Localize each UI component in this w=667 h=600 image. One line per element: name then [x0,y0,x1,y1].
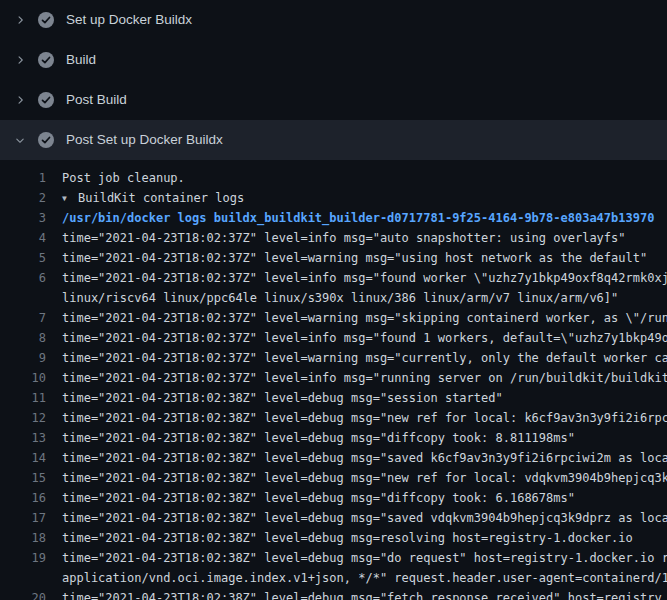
line-text: Post job cleanup. [62,168,185,188]
line-number: 20 [0,588,46,600]
line-number: 10 [0,368,46,388]
log-line: 16 time="2021-04-23T18:02:38Z" level=deb… [0,488,667,508]
line-text-content: time="2021-04-23T18:02:38Z" level=debug … [62,511,667,525]
line-text: application/vnd.oci.image.index.v1+json,… [62,568,667,588]
log-line: linux/riscv64 linux/ppc64le linux/s390x … [0,288,667,308]
line-text-content: time="2021-04-23T18:02:38Z" level=debug … [62,411,667,425]
line-text-content: time="2021-04-23T18:02:38Z" level=debug … [62,451,667,465]
line-text: time="2021-04-23T18:02:37Z" level=info m… [62,268,667,288]
check-circle-icon [38,52,54,68]
line-text: ▼BuildKit container logs [62,188,244,208]
log-line: 4 time="2021-04-23T18:02:37Z" level=info… [0,228,667,248]
line-number [0,288,46,308]
actions-log-viewer: Set up Docker Buildx Build P [0,0,667,600]
log-line: 1 Post job cleanup. [0,168,667,188]
line-text: time="2021-04-23T18:02:38Z" level=debug … [62,388,503,408]
log-line: 8 time="2021-04-23T18:02:37Z" level=info… [0,328,667,348]
chevron-right-icon[interactable] [12,52,28,68]
log-line: 12 time="2021-04-23T18:02:38Z" level=deb… [0,408,667,428]
line-text-content: Post job cleanup. [62,171,185,185]
chevron-down-icon[interactable] [12,132,28,148]
log-line: 15 time="2021-04-23T18:02:38Z" level=deb… [0,468,667,488]
line-text: linux/riscv64 linux/ppc64le linux/s390x … [62,288,618,308]
line-number: 4 [0,228,46,248]
line-text: time="2021-04-23T18:02:38Z" level=debug … [62,548,667,568]
step-row-2[interactable]: Post Build [0,80,667,120]
line-number: 5 [0,248,46,268]
line-text: time="2021-04-23T18:02:38Z" level=debug … [62,408,667,428]
chevron-right-icon[interactable] [12,92,28,108]
line-text-content: application/vnd.oci.image.index.v1+json,… [62,571,667,585]
line-text-content: time="2021-04-23T18:02:38Z" level=debug … [62,391,503,405]
line-text-content: time="2021-04-23T18:02:38Z" level=debug … [62,531,633,545]
log-line: 10 time="2021-04-23T18:02:37Z" level=inf… [0,368,667,388]
line-number: 8 [0,328,46,348]
line-number: 3 [0,208,46,228]
log-line: 11 time="2021-04-23T18:02:38Z" level=deb… [0,388,667,408]
line-text-content: time="2021-04-23T18:02:38Z" level=debug … [62,591,662,600]
line-text-content: time="2021-04-23T18:02:37Z" level=warnin… [62,251,647,265]
log-line: application/vnd.oci.image.index.v1+json,… [0,568,667,588]
log-line: 3 /usr/bin/docker logs buildx_buildkit_b… [0,208,667,228]
steps-list: Set up Docker Buildx Build P [0,0,667,160]
log-line: 18 time="2021-04-23T18:02:38Z" level=deb… [0,528,667,548]
log-line: 5 time="2021-04-23T18:02:37Z" level=warn… [0,248,667,268]
line-number: 18 [0,528,46,548]
line-text: /usr/bin/docker logs buildx_buildkit_bui… [62,208,654,228]
log-line: 17 time="2021-04-23T18:02:38Z" level=deb… [0,508,667,528]
line-text: time="2021-04-23T18:02:37Z" level=warnin… [62,348,667,368]
line-text-content: time="2021-04-23T18:02:37Z" level=info m… [62,371,667,385]
step-row-0[interactable]: Set up Docker Buildx [0,0,667,40]
line-text: time="2021-04-23T18:02:37Z" level=info m… [62,368,667,388]
log-area[interactable]: 1 Post job cleanup. 2 ▼BuildKit containe… [0,160,667,600]
line-text-content: linux/riscv64 linux/ppc64le linux/s390x … [62,291,618,305]
group-toggle-icon[interactable]: ▼ [62,189,78,208]
log-line: 9 time="2021-04-23T18:02:37Z" level=warn… [0,348,667,368]
log-line: 14 time="2021-04-23T18:02:38Z" level=deb… [0,448,667,468]
log-line: 19 time="2021-04-23T18:02:38Z" level=deb… [0,548,667,568]
line-text-content: time="2021-04-23T18:02:38Z" level=debug … [62,471,667,485]
line-text: time="2021-04-23T18:02:37Z" level=info m… [62,228,626,248]
log-line: 6 time="2021-04-23T18:02:37Z" level=info… [0,268,667,288]
line-number: 2 [0,188,46,208]
line-number: 9 [0,348,46,368]
log-line: 20 time="2021-04-23T18:02:38Z" level=deb… [0,588,667,600]
line-text-content: time="2021-04-23T18:02:37Z" level=info m… [62,231,626,245]
line-text-content: /usr/bin/docker logs buildx_buildkit_bui… [62,211,654,225]
line-text: time="2021-04-23T18:02:38Z" level=debug … [62,508,667,528]
step-label: Build [66,40,96,80]
chevron-right-icon[interactable] [12,12,28,28]
line-text: time="2021-04-23T18:02:38Z" level=debug … [62,588,662,600]
line-number: 6 [0,268,46,288]
line-number: 11 [0,388,46,408]
line-text-content: BuildKit container logs [78,191,244,205]
line-text-content: time="2021-04-23T18:02:38Z" level=debug … [62,431,575,445]
line-number [0,568,46,588]
check-circle-icon [38,12,54,28]
check-circle-icon [38,92,54,108]
line-number: 17 [0,508,46,528]
line-text: time="2021-04-23T18:02:37Z" level=info m… [62,328,667,348]
line-number: 15 [0,468,46,488]
line-text-content: time="2021-04-23T18:02:38Z" level=debug … [62,491,575,505]
step-row-3[interactable]: Post Set up Docker Buildx [0,120,667,160]
line-text-content: time="2021-04-23T18:02:37Z" level=warnin… [62,351,667,365]
step-row-1[interactable]: Build [0,40,667,80]
line-text-content: time="2021-04-23T18:02:38Z" level=debug … [62,551,667,565]
line-number: 19 [0,548,46,568]
step-label: Post Build [66,80,127,120]
log-line: 13 time="2021-04-23T18:02:38Z" level=deb… [0,428,667,448]
log-line: 2 ▼BuildKit container logs [0,188,667,208]
line-number: 12 [0,408,46,428]
line-text: time="2021-04-23T18:02:38Z" level=debug … [62,528,633,548]
line-text-content: time="2021-04-23T18:02:37Z" level=info m… [62,271,667,285]
check-circle-icon [38,132,54,148]
step-label: Post Set up Docker Buildx [66,120,223,160]
line-number: 14 [0,448,46,468]
line-text: time="2021-04-23T18:02:38Z" level=debug … [62,488,575,508]
line-text: time="2021-04-23T18:02:38Z" level=debug … [62,428,575,448]
line-text-content: time="2021-04-23T18:02:37Z" level=warnin… [62,311,667,325]
step-label: Set up Docker Buildx [66,0,192,40]
line-text: time="2021-04-23T18:02:37Z" level=warnin… [62,248,647,268]
line-number: 1 [0,168,46,188]
